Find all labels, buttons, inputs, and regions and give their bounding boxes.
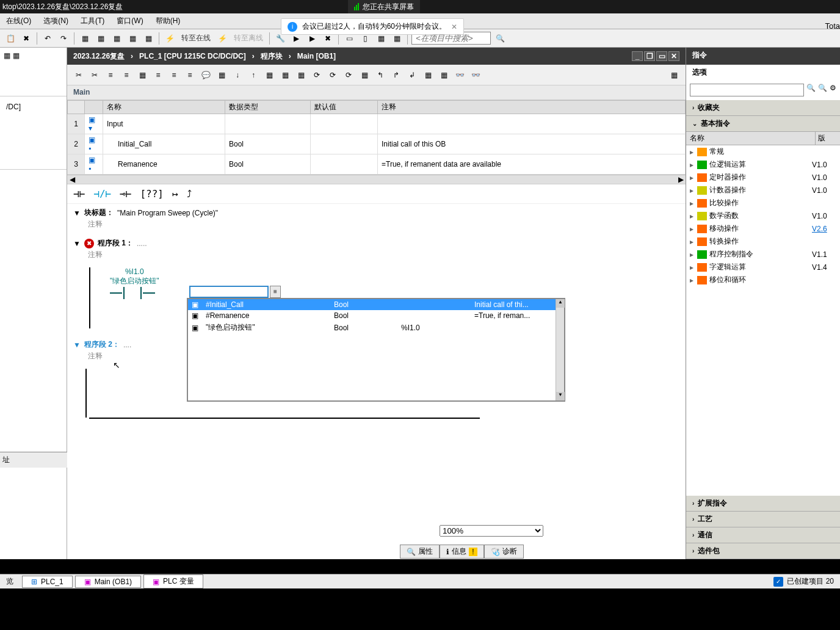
tool-icon[interactable]: 💬: [199, 68, 212, 82]
instruction-item[interactable]: ▸计数器操作V1.0: [686, 184, 840, 197]
tool-icon[interactable]: ▦: [262, 68, 276, 82]
undo-icon[interactable]: ↶: [41, 32, 54, 45]
list-item[interactable]: ▣ #Remanence Bool =True, if reman...: [188, 310, 564, 321]
instruction-item[interactable]: ▸比较操作: [686, 197, 840, 209]
redo-icon[interactable]: ↷: [57, 32, 70, 45]
table-row[interactable]: 2 ▣ ▪ Initial_Call Bool Initial call of …: [68, 134, 686, 154]
scrollbar[interactable]: ▲ ▼: [556, 299, 564, 400]
menu-help[interactable]: 帮助(H): [156, 16, 181, 26]
contact-element[interactable]: %I1.0 "绿色启动按钮": [110, 267, 159, 299]
filter-input[interactable]: [690, 84, 804, 96]
tool-icon[interactable]: ✂: [72, 68, 85, 82]
list-item[interactable]: ▣ "绿色启动按钮" Bool %I1.0: [188, 321, 564, 334]
tool-icon[interactable]: 👓: [469, 68, 482, 82]
tool-icon[interactable]: ↱: [389, 68, 403, 82]
instruction-item[interactable]: ▸数学函数V1.0: [686, 209, 840, 222]
tool-icon[interactable]: ↲: [405, 68, 419, 82]
scroll-left-icon[interactable]: ◀: [67, 175, 77, 184]
tool-icon[interactable]: ≡: [167, 68, 181, 82]
instruction-item[interactable]: ▸定时器操作V1.0: [686, 171, 840, 184]
contact-nc-icon[interactable]: ⊣/⊢: [93, 188, 111, 200]
instruction-item[interactable]: ▸字逻辑运算V1.4: [686, 261, 840, 273]
section-header[interactable]: ›工艺: [686, 512, 840, 527]
tool-icon[interactable]: ≡: [151, 68, 165, 82]
section-header[interactable]: ›扩展指令: [686, 496, 840, 512]
col-type[interactable]: 数据类型: [225, 101, 311, 114]
tool-icon[interactable]: ▦: [278, 68, 292, 82]
list-picker-icon[interactable]: ≡: [270, 286, 281, 298]
tool-icon[interactable]: ↑: [247, 68, 260, 82]
close-icon[interactable]: ✕: [451, 23, 457, 31]
zoom-select[interactable]: 100%: [440, 525, 543, 537]
contact-no-icon[interactable]: ⊣⊢: [73, 188, 85, 200]
tb-icon[interactable]: ▦: [142, 32, 155, 45]
list-item[interactable]: ▣ #Initial_Call Bool Initial call of thi…: [188, 299, 564, 310]
col-name[interactable]: 名称: [103, 101, 225, 114]
menu-options[interactable]: 选项(N): [43, 16, 68, 26]
breadcrumb-item[interactable]: 2023.12.26复盘: [73, 51, 125, 62]
tool-icon[interactable]: ⟳: [310, 68, 324, 82]
tool-icon[interactable]: ▦: [421, 68, 435, 82]
table-row[interactable]: 3 ▣ ▪ Remanence Bool =True, if remanent …: [68, 154, 686, 175]
tb-icon[interactable]: ▦: [110, 32, 123, 45]
restore-icon[interactable]: ▭: [656, 51, 667, 61]
tool-icon[interactable]: ↰: [374, 68, 387, 82]
instruction-item[interactable]: ▸位逻辑运算V1.0: [686, 158, 840, 171]
scroll-up-icon[interactable]: ▲: [556, 299, 565, 308]
tool-icon[interactable]: ≡: [120, 68, 133, 82]
table-row[interactable]: 1 ▣ ▾ Input: [68, 114, 686, 134]
tool-icon[interactable]: ▦: [136, 68, 149, 82]
favorites-section[interactable]: › 收藏夹: [686, 100, 840, 116]
close-icon[interactable]: ✕: [668, 51, 679, 61]
breadcrumb-item[interactable]: Main [OB1]: [297, 52, 336, 60]
col-version[interactable]: 版: [816, 132, 840, 145]
col-default[interactable]: 默认值: [311, 101, 378, 114]
tag-input[interactable]: [189, 286, 269, 298]
tab-properties[interactable]: 🔍 属性: [400, 545, 440, 559]
instruction-item[interactable]: ▸移位和循环: [686, 273, 840, 286]
col-name[interactable]: 名称: [686, 132, 816, 145]
go-online-button[interactable]: 转至在线: [179, 33, 213, 43]
tool-icon[interactable]: ▦: [4, 51, 10, 92]
tool-icon[interactable]: ≡: [183, 68, 197, 82]
tool-icon[interactable]: ⚙: [830, 84, 836, 96]
menu-window[interactable]: 窗口(W): [117, 16, 143, 26]
basic-instructions-section[interactable]: ⌄ 基本指令: [686, 116, 840, 132]
coil-icon[interactable]: ⊸⊢: [120, 188, 131, 200]
paste-icon[interactable]: 📋: [4, 32, 17, 45]
tool-icon[interactable]: ▦: [215, 68, 228, 82]
breadcrumb-item[interactable]: 程序块: [261, 51, 283, 62]
maximize-icon[interactable]: ❐: [644, 51, 655, 61]
tool-icon[interactable]: ≡: [104, 68, 117, 82]
section-header[interactable]: ›通信: [686, 527, 840, 543]
tool-icon[interactable]: ⟳: [326, 68, 339, 82]
branch-icon[interactable]: ↦: [172, 188, 178, 200]
overview-label[interactable]: 览: [0, 576, 20, 587]
tool-icon[interactable]: ⟳: [342, 68, 355, 82]
menu-online[interactable]: 在线(O): [6, 16, 31, 26]
tool-icon[interactable]: ▦: [437, 68, 451, 82]
breadcrumb-item[interactable]: PLC_1 [CPU 1215C DC/DC/DC]: [139, 52, 246, 60]
scroll-right-icon[interactable]: ▶: [676, 175, 686, 184]
instruction-item[interactable]: ▸常规: [686, 145, 840, 158]
minimize-icon[interactable]: _: [632, 51, 643, 61]
tool-icon[interactable]: ↓: [231, 68, 244, 82]
instruction-item[interactable]: ▸转换操作: [686, 235, 840, 248]
tool-icon[interactable]: ✂: [88, 68, 101, 82]
branch-up-icon[interactable]: ⤴: [187, 188, 192, 200]
tb-icon[interactable]: ▦: [126, 32, 139, 45]
tool-icon[interactable]: ▦: [667, 68, 681, 82]
instruction-item[interactable]: ▸移动操作V2.6: [686, 222, 840, 235]
tab-info[interactable]: ℹ 信息 !: [440, 545, 484, 559]
search-icon[interactable]: 🔍: [818, 84, 827, 96]
collapse-icon[interactable]: ▼: [73, 341, 81, 349]
tab-diagnostics[interactable]: 🩺 诊断: [484, 545, 524, 559]
instruction-item[interactable]: ▸程序控制指令V1.1: [686, 248, 840, 261]
status-tab[interactable]: ▣ PLC 变量: [143, 574, 203, 588]
collapse-icon[interactable]: ▼: [73, 209, 81, 217]
delete-icon[interactable]: ✖: [20, 32, 33, 45]
col-comment[interactable]: 注释: [378, 101, 686, 114]
box-icon[interactable]: [??]: [140, 188, 164, 200]
go-online-icon[interactable]: ⚡: [163, 32, 176, 45]
search-icon[interactable]: 🔍: [493, 32, 507, 45]
